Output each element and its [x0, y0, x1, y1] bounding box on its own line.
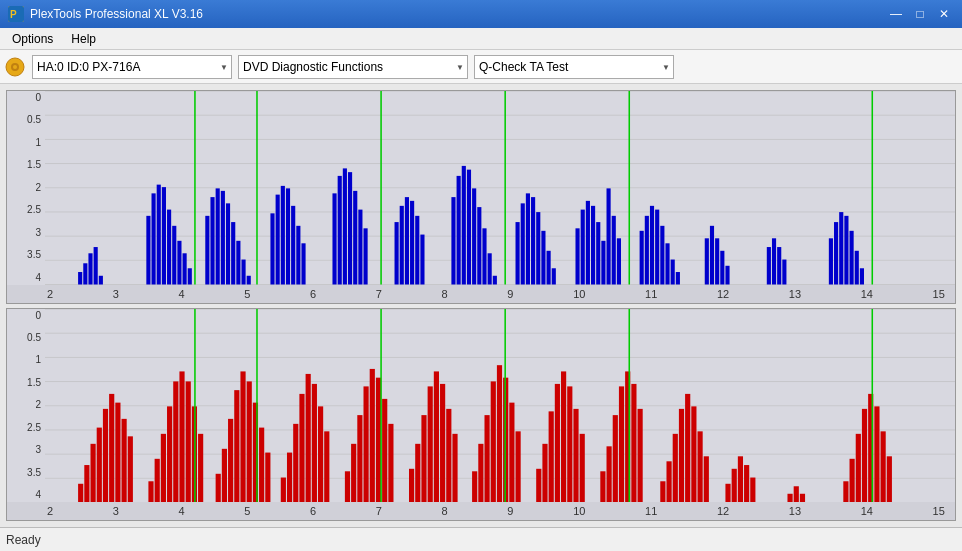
- svg-rect-183: [549, 411, 554, 502]
- svg-rect-207: [744, 465, 749, 502]
- svg-rect-66: [516, 222, 520, 284]
- svg-rect-52: [400, 206, 404, 285]
- svg-rect-153: [306, 373, 311, 502]
- svg-rect-56: [420, 235, 424, 285]
- svg-rect-25: [177, 241, 181, 285]
- svg-rect-161: [370, 368, 375, 502]
- svg-rect-48: [353, 191, 357, 285]
- svg-rect-87: [660, 226, 664, 285]
- main-content: 4 3.5 3 2.5 2 1.5 1 0.5 0: [0, 84, 962, 527]
- svg-rect-188: [580, 433, 585, 502]
- svg-rect-164: [388, 423, 393, 502]
- svg-rect-148: [265, 452, 270, 502]
- svg-rect-134: [167, 406, 172, 502]
- top-x-axis: 2 3 4 5 6 7 8 9 10 11 12 13 14 15: [7, 285, 955, 303]
- svg-rect-151: [293, 423, 298, 502]
- svg-rect-211: [800, 493, 805, 502]
- svg-rect-217: [874, 406, 879, 502]
- top-y-axis: 4 3.5 3 2.5 2 1.5 1 0.5 0: [7, 91, 45, 285]
- svg-rect-53: [405, 197, 409, 284]
- svg-rect-136: [179, 371, 184, 502]
- svg-rect-90: [676, 272, 680, 284]
- svg-rect-149: [281, 477, 286, 502]
- svg-rect-80: [607, 188, 611, 284]
- svg-rect-184: [555, 383, 560, 502]
- test-select-wrapper: Q-Check TA Test: [474, 55, 674, 79]
- svg-rect-92: [710, 226, 714, 285]
- svg-rect-125: [97, 427, 102, 502]
- svg-rect-45: [338, 176, 342, 285]
- svg-rect-181: [536, 468, 541, 502]
- svg-rect-194: [631, 383, 636, 502]
- svg-rect-167: [421, 415, 426, 502]
- svg-rect-42: [296, 226, 300, 285]
- bottom-chart: 4 3.5 3 2.5 2 1.5 1 0.5 0: [7, 309, 955, 503]
- svg-rect-76: [586, 201, 590, 285]
- maximize-button[interactable]: □: [910, 4, 930, 24]
- svg-rect-63: [482, 228, 486, 284]
- svg-rect-159: [357, 415, 362, 502]
- drive-select[interactable]: HA:0 ID:0 PX-716A: [32, 55, 232, 79]
- svg-rect-85: [650, 206, 654, 285]
- svg-rect-205: [732, 468, 737, 502]
- svg-rect-196: [660, 481, 665, 502]
- svg-rect-170: [440, 383, 445, 502]
- svg-rect-82: [617, 238, 621, 284]
- svg-rect-105: [855, 251, 859, 285]
- svg-rect-91: [705, 238, 709, 284]
- svg-rect-62: [477, 207, 481, 284]
- svg-rect-122: [78, 483, 83, 502]
- svg-rect-132: [155, 458, 160, 502]
- svg-rect-182: [542, 443, 547, 502]
- svg-rect-130: [128, 436, 133, 502]
- close-button[interactable]: ✕: [934, 4, 954, 24]
- svg-rect-173: [472, 471, 477, 502]
- svg-rect-69: [531, 197, 535, 284]
- svg-rect-60: [467, 170, 471, 285]
- svg-rect-28: [205, 216, 209, 285]
- svg-rect-187: [573, 408, 578, 502]
- svg-rect-46: [343, 168, 347, 284]
- svg-rect-55: [415, 216, 419, 285]
- svg-rect-58: [457, 176, 461, 285]
- svg-rect-17: [94, 247, 98, 284]
- svg-rect-137: [186, 381, 191, 502]
- bottom-x-axis: 2 3 4 5 6 7 8 9 10 11 12 13 14 15: [7, 502, 955, 520]
- svg-rect-129: [122, 418, 127, 502]
- bottom-y-axis: 4 3.5 3 2.5 2 1.5 1 0.5 0: [7, 309, 45, 503]
- top-chart-svg: [45, 91, 955, 285]
- svg-rect-64: [488, 253, 492, 284]
- bottom-chart-canvas: [45, 309, 955, 503]
- svg-rect-179: [509, 402, 514, 502]
- svg-rect-24: [172, 226, 176, 285]
- menu-bar: Options Help: [0, 28, 962, 50]
- top-chart: 4 3.5 3 2.5 2 1.5 1 0.5 0: [7, 91, 955, 285]
- test-select[interactable]: Q-Check TA Test: [474, 55, 674, 79]
- toolbar: HA:0 ID:0 PX-716A DVD Diagnostic Functio…: [0, 50, 962, 84]
- minimize-button[interactable]: —: [886, 4, 906, 24]
- svg-rect-185: [561, 371, 566, 502]
- menu-options[interactable]: Options: [4, 30, 61, 48]
- svg-rect-99: [782, 260, 786, 285]
- svg-rect-75: [581, 210, 585, 285]
- svg-rect-177: [497, 365, 502, 502]
- svg-rect-208: [750, 477, 755, 502]
- svg-rect-65: [493, 276, 497, 285]
- svg-rect-166: [415, 443, 420, 502]
- svg-rect-40: [286, 188, 290, 284]
- svg-rect-191: [613, 415, 618, 502]
- svg-rect-31: [221, 191, 225, 285]
- svg-rect-32: [226, 203, 230, 284]
- svg-rect-39: [281, 186, 285, 285]
- svg-rect-79: [601, 241, 605, 285]
- svg-rect-190: [607, 446, 612, 502]
- svg-rect-204: [725, 483, 730, 502]
- svg-rect-186: [567, 386, 572, 502]
- svg-rect-158: [351, 443, 356, 502]
- svg-rect-142: [228, 418, 233, 502]
- svg-rect-171: [446, 408, 451, 502]
- menu-help[interactable]: Help: [63, 30, 104, 48]
- svg-rect-144: [240, 371, 245, 502]
- function-select[interactable]: DVD Diagnostic Functions: [238, 55, 468, 79]
- svg-rect-22: [162, 187, 166, 284]
